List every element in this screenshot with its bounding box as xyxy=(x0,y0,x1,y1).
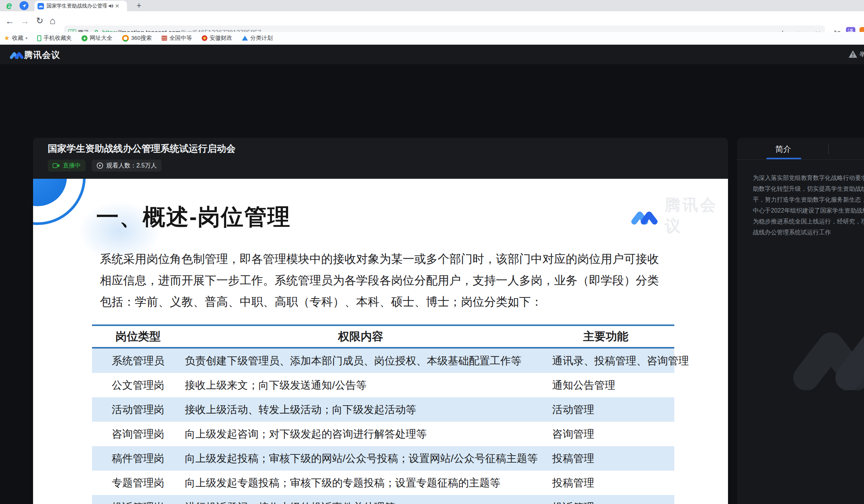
tencent-meeting-watermark-icon xyxy=(789,311,864,390)
tab-title: 国家学生资助战线办公管理 xyxy=(47,3,107,9)
description-line: 助数字化转型升级，切实提高学生资助战线办 xyxy=(753,183,864,194)
tencent-meeting-favicon-icon xyxy=(38,3,44,9)
bookmarks-bar: 收藏▾手机收藏夹网址大全360搜索全国中等安徽财政分类计划 xyxy=(0,32,864,45)
table-cell: 接收上级来文；向下级发送通知/公告等 xyxy=(184,378,537,392)
table-row: 公文管理岗接收上级来文；向下级发送通知/公告等通知公告管理 xyxy=(92,373,674,397)
paragraph-line: 包括：学前、义教、普高、中职、高职（专科）、本科、硕士、博士；岗位分类如下： xyxy=(100,291,659,312)
bookmark-label: 360搜索 xyxy=(131,35,152,42)
bookmark-label: 手机收藏夹 xyxy=(44,35,72,42)
roles-table: 岗位类型 权限内容 主要功能 系统管理员负责创建下级管理员、添加本部门成员、岗位… xyxy=(92,324,674,504)
star-icon xyxy=(4,35,10,41)
bookmark-label: 分类计划 xyxy=(250,35,273,42)
meeting-brand: 腾讯会议 xyxy=(24,49,60,61)
report-link[interactable]: 举 xyxy=(859,51,864,59)
tab-speaker-icon[interactable] xyxy=(108,3,113,9)
bookmark-item[interactable]: 分类计划 xyxy=(242,35,273,42)
browser-tab-active[interactable]: 国家学生资助战线办公管理 ✕ xyxy=(35,1,127,11)
table-header-row: 岗位类型 权限内容 主要功能 xyxy=(92,326,674,349)
table-row: 系统管理员负责创建下级管理员、添加本部门成员、岗位授权、本级基础配置工作等通讯录… xyxy=(92,349,674,373)
bookmark-label: 安徽财政 xyxy=(210,35,232,42)
play-circle-icon xyxy=(97,162,103,169)
table-cell: 咨询管理岗 xyxy=(92,427,184,441)
viewers-badge: 观看人数：2.5万人 xyxy=(92,160,162,172)
table-cell: 接收上级活动、转发上级活动；向下级发起活动等 xyxy=(184,403,537,417)
slide-watermark: 腾讯会议 xyxy=(630,195,728,237)
flag-icon xyxy=(162,36,167,41)
tab-close-icon[interactable]: ✕ xyxy=(115,3,119,9)
slide-paragraph: 系统采用岗位角色制管理，即各管理模块中的接收对象为某一或多个部门时，该部门中对应… xyxy=(100,248,659,312)
paragraph-line: 相应信息，进而开展下一步工作。系统管理员为各学段各岗位分配用户，支持一人多岗，业… xyxy=(100,270,659,291)
table-cell: 向上级发起咨询；对下级发起的咨询进行解答处理等 xyxy=(184,427,537,441)
bookmark-item[interactable]: 网址大全 xyxy=(82,35,112,42)
nav-home-icon[interactable] xyxy=(20,1,29,10)
watermark-text: 腾讯会议 xyxy=(665,195,728,237)
browser-tab-bar: e 国家学生资助战线办公管理 ✕ xyxy=(0,0,864,11)
description-line: 战线办公管理系统试运行工作 xyxy=(753,227,864,238)
new-tab-button[interactable] xyxy=(134,1,144,11)
table-cell: 专题管理岗 xyxy=(92,476,184,490)
table-cell: 投诉管理岗 xyxy=(92,500,184,504)
table-cell: 系统管理员 xyxy=(92,354,184,368)
browser-360-logo-icon[interactable]: e xyxy=(4,0,14,11)
description-line: 为深入落实部党组教育数字化战略行动要求， xyxy=(753,172,864,183)
phone-icon xyxy=(37,35,41,41)
table-cell: 投稿管理 xyxy=(537,451,674,466)
table-row: 稿件管理岗向上级发起投稿；审核下级的网站/公众号投稿；设置网站/公众号征稿主题等… xyxy=(92,446,674,471)
green-plus-icon xyxy=(82,35,88,41)
description-line: 平，努力打造学生资助数字化服务新生态，全 xyxy=(753,194,864,205)
live-status-badge: 直播中 xyxy=(48,160,86,172)
ring-icon xyxy=(122,35,129,42)
meeting-sidebar: 简介 为深入落实部党组教育数字化战略行动要求，助数字化转型升级，切实提高学生资助… xyxy=(737,138,864,504)
paper-plane-icon xyxy=(22,3,27,8)
table-body: 系统管理员负责创建下级管理员、添加本部门成员、岗位授权、本级基础配置工作等通讯录… xyxy=(92,349,674,504)
table-cell: 进行投诉登记、接收上级的投诉事件并处理等 xyxy=(184,500,537,504)
table-cell: 负责创建下级管理员、添加本部门成员、岗位授权、本级基础配置工作等 xyxy=(184,354,537,368)
bookmark-label: 网址大全 xyxy=(90,35,112,42)
warning-icon[interactable] xyxy=(848,50,858,58)
table-row: 咨询管理岗向上级发起咨询；对下级发起的咨询进行解答处理等咨询管理 xyxy=(92,422,674,446)
bookmark-item[interactable]: 全国中等 xyxy=(162,35,192,42)
meeting-header: 腾讯会议 举 xyxy=(0,45,864,65)
table-cell: 通知公告管理 xyxy=(537,378,674,392)
table-cell: 公文管理岗 xyxy=(92,378,184,392)
bookmark-item[interactable]: 安徽财政 xyxy=(202,35,232,42)
table-cell: 向上级发起投稿；审核下级的网站/公众号投稿；设置网站/公众号征稿主题等 xyxy=(184,451,537,466)
emblem-icon xyxy=(202,35,207,41)
refresh-icon[interactable] xyxy=(36,16,43,26)
table-cell: 活动管理 xyxy=(537,403,674,417)
live-title: 国家学生资助战线办公管理系统试运行启动会 xyxy=(48,142,236,155)
table-row: 投诉管理岗进行投诉登记、接收上级的投诉事件并处理等投诉管理 xyxy=(92,495,674,504)
live-badge-label: 直播中 xyxy=(63,162,81,170)
presentation-slide: 腾讯会议 一、概述-岗位管理 系统采用岗位角色制管理，即各管理模块中的接收对象为… xyxy=(33,179,728,504)
page-background: 国家学生资助战线办公管理系统试运行启动会 直播中 观看人数：2.5万人 xyxy=(0,64,864,504)
table-cell: 咨询管理 xyxy=(537,427,674,441)
tab-divider xyxy=(828,143,829,154)
tencent-meeting-logo-icon xyxy=(630,206,658,225)
bookmark-item[interactable]: 360搜索 xyxy=(122,35,152,42)
column-header: 权限内容 xyxy=(184,329,537,344)
video-camera-icon xyxy=(53,163,60,168)
description-line: 为稳步推进系统全国上线运行，经研究，现开 xyxy=(753,216,864,227)
bookmark-label: 全国中等 xyxy=(169,35,192,42)
live-video-card: 国家学生资助战线办公管理系统试运行启动会 直播中 观看人数：2.5万人 xyxy=(33,138,728,504)
table-cell: 通讯录、投稿管理、咨询管理 xyxy=(537,354,689,368)
back-arrow-icon[interactable] xyxy=(5,16,14,26)
description-line: 中心于2022年组织建设了国家学生资助战线 xyxy=(753,205,864,216)
home-icon[interactable] xyxy=(50,15,56,27)
forward-arrow-icon[interactable] xyxy=(20,16,29,26)
viewers-count: 观看人数：2.5万人 xyxy=(106,162,157,170)
column-header: 主要功能 xyxy=(537,329,674,344)
table-cell: 投稿管理 xyxy=(537,476,674,490)
bookmark-item[interactable]: 手机收藏夹 xyxy=(37,35,72,42)
badge-row: 直播中 观看人数：2.5万人 xyxy=(48,160,162,172)
intro-description: 为深入落实部党组教育数字化战略行动要求，助数字化转型升级，切实提高学生资助战线办… xyxy=(753,172,864,238)
triangle-icon xyxy=(242,36,248,41)
bookmark-item[interactable]: 收藏▾ xyxy=(4,35,27,42)
table-cell: 向上级发起专题投稿；审核下级的专题投稿；设置专题征稿的主题等 xyxy=(184,476,537,490)
slide-title: 一、概述-岗位管理 xyxy=(96,202,291,232)
tab-intro[interactable]: 简介 xyxy=(775,144,791,154)
table-row: 活动管理岗接收上级活动、转发上级活动；向下级发起活动等活动管理 xyxy=(92,397,674,422)
caret-down-icon[interactable]: ▾ xyxy=(26,36,27,40)
bookmark-label: 收藏 xyxy=(12,35,23,42)
column-header: 岗位类型 xyxy=(92,329,184,344)
